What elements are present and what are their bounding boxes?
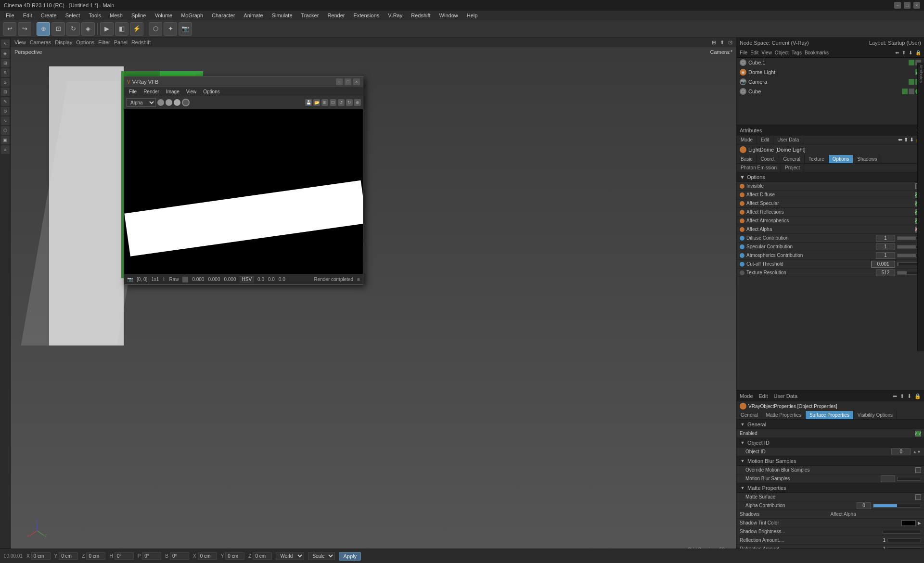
viewport-icon-1[interactable]: ⊞ <box>712 39 716 46</box>
coord-mode-select[interactable]: Scale Size <box>308 552 335 560</box>
menu-volume[interactable]: Volume <box>151 12 176 19</box>
attrs-fwd-icon[interactable]: ⬆ <box>904 137 908 143</box>
menu-create[interactable]: Create <box>37 12 61 19</box>
maximize-btn[interactable]: □ <box>904 2 911 9</box>
rotate-tool-btn[interactable]: ↻ <box>66 22 80 36</box>
options-section-header[interactable]: ▼ Options <box>737 172 924 182</box>
vfb-menu-view[interactable]: View <box>183 89 200 95</box>
menu-window[interactable]: Window <box>436 12 462 19</box>
display-menu[interactable]: Display <box>55 39 72 45</box>
left-tool-8[interactable]: ⊙ <box>1 107 10 115</box>
tab-texture[interactable]: Texture <box>805 155 829 163</box>
vfb-crop-btn[interactable]: ⊡ <box>330 99 336 106</box>
specular-contrib-input[interactable] <box>876 243 895 250</box>
left-tool-9[interactable]: ∿ <box>1 116 10 125</box>
menu-redshift[interactable]: Redshift <box>407 12 434 19</box>
menu-simulate[interactable]: Simulate <box>268 12 296 19</box>
mbs-slider[interactable] <box>897 477 921 481</box>
tab-basic[interactable]: Basic <box>737 155 757 163</box>
render-region-btn[interactable]: ◧ <box>115 22 128 36</box>
vfb-compare-btn[interactable]: ↻ <box>346 99 353 106</box>
attrs2-back-icon[interactable]: ⬅ <box>893 393 897 399</box>
vfb-close-btn[interactable]: × <box>353 78 360 85</box>
attrs-back-icon[interactable]: ⬅ <box>898 137 902 143</box>
left-tool-12[interactable]: ≡ <box>1 145 10 154</box>
tab2-surface[interactable]: Surface Properties <box>806 411 854 419</box>
left-tool-7[interactable]: ✎ <box>1 97 10 106</box>
menu-mograph[interactable]: MoGraph <box>177 12 207 19</box>
vfb-menu-file[interactable]: File <box>126 89 140 95</box>
tab-general[interactable]: General <box>779 155 805 163</box>
view-menu[interactable]: View <box>14 39 26 45</box>
diffuse-contrib-input[interactable] <box>876 235 895 242</box>
cube1-vis[interactable] <box>909 60 914 65</box>
left-tool-3[interactable]: ⊞ <box>1 59 10 67</box>
options-menu[interactable]: Options <box>76 39 94 45</box>
panel-menu[interactable]: Panel <box>114 39 128 45</box>
vfb-menu-options[interactable]: Options <box>200 89 222 95</box>
texres-input[interactable] <box>876 269 895 276</box>
sidebar-strip-label[interactable]: Attributes <box>919 64 924 83</box>
tab-project[interactable]: Project <box>781 164 804 172</box>
tree-item-cube1[interactable]: ⬡ Cube.1 <box>737 58 924 67</box>
tab-photon[interactable]: Photon Emission <box>737 164 781 172</box>
vfb-channel-select[interactable]: Alpha Beauty <box>126 98 156 107</box>
camera-btn[interactable]: 📷 <box>179 22 192 36</box>
tr-icon-2[interactable]: ⬆ <box>902 50 906 55</box>
cutoff-input[interactable] <box>871 261 895 268</box>
minimize-btn[interactable]: − <box>894 2 901 9</box>
vfb-save-btn[interactable]: 💾 <box>305 99 312 106</box>
attrs2-dn-icon[interactable]: ⬇ <box>907 393 911 399</box>
left-tool-5[interactable]: S <box>1 78 10 87</box>
shadow-tint-swatch[interactable] <box>901 520 916 526</box>
menu-character[interactable]: Character <box>208 12 239 19</box>
reflection-amount-slider[interactable] <box>887 538 921 542</box>
menu-tools[interactable]: Tools <box>85 12 105 19</box>
tr-icon-4[interactable]: 🔒 <box>915 50 921 55</box>
tab-options[interactable]: Options <box>829 155 853 163</box>
menu-animate[interactable]: Animate <box>240 12 267 19</box>
pos-y-val[interactable]: 0 cm <box>59 552 78 560</box>
apply-button[interactable]: Apply <box>339 552 361 561</box>
attrs2-lock-icon[interactable]: 🔒 <box>914 393 921 399</box>
objectid-section-header[interactable]: ▼ Object ID <box>737 438 924 448</box>
menu-file[interactable]: File <box>2 12 18 19</box>
edit-tab[interactable]: Edit <box>757 136 773 144</box>
tree-item-cube[interactable]: ⬡ Cube <box>737 87 924 96</box>
vfb-layers-btn[interactable]: ⊞ <box>321 99 328 106</box>
tr-file[interactable]: File <box>740 50 747 55</box>
left-tool-11[interactable]: ▣ <box>1 136 10 144</box>
objectid-stepper[interactable]: ▲▼ <box>912 449 921 454</box>
select-tool-btn[interactable]: ◈ <box>81 22 95 36</box>
motionblur-section-header[interactable]: ▼ Motion Blur Samples <box>737 456 924 466</box>
viewport-canvas[interactable]: Perspective Camera:* Z X Y Grid Spacing <box>11 47 736 553</box>
tr-icon-1[interactable]: ⬅ <box>895 50 899 55</box>
render-btn[interactable]: ▶ <box>100 22 114 36</box>
vfb-maximize-btn[interactable]: □ <box>345 78 351 85</box>
general-section-header[interactable]: ▼ General <box>737 420 924 429</box>
menu-tracker[interactable]: Tracker <box>297 12 323 19</box>
vfb-history-btn[interactable]: ↺ <box>338 99 345 106</box>
vfb-color-btn-1[interactable] <box>157 99 164 106</box>
left-tool-10[interactable]: ⬡ <box>1 126 10 135</box>
camera-vis[interactable] <box>909 79 914 85</box>
tab2-visibility[interactable]: Visibility Options <box>854 411 897 419</box>
tr-icon-3[interactable]: ⬇ <box>909 50 912 55</box>
checkbox-enabled[interactable]: ✓ <box>915 431 921 436</box>
cameras-menu[interactable]: Cameras <box>30 39 51 45</box>
redo-btn[interactable]: ↪ <box>18 22 31 36</box>
atmos-contrib-input[interactable] <box>876 252 895 259</box>
redshift-menu[interactable]: Redshift <box>131 39 151 45</box>
menu-vray[interactable]: V-Ray <box>384 12 406 19</box>
userdata-tab[interactable]: User Data <box>773 136 803 144</box>
cube-lock[interactable] <box>909 89 914 94</box>
shadow-tint-arrow[interactable]: ▶ <box>918 521 921 525</box>
mbs-input[interactable] <box>881 475 895 482</box>
menu-render[interactable]: Render <box>323 12 348 19</box>
tree-item-domelight[interactable]: ◉ Dome Light ✓ <box>737 67 924 77</box>
vfb-color-btn-2[interactable] <box>166 99 172 106</box>
alpha-contrib-slider[interactable] <box>873 504 921 508</box>
viewport-icon-3[interactable]: ⊡ <box>728 39 732 46</box>
alpha-contrib-input[interactable] <box>857 502 871 509</box>
matte-section-header[interactable]: ▼ Matte Properties <box>737 483 924 493</box>
